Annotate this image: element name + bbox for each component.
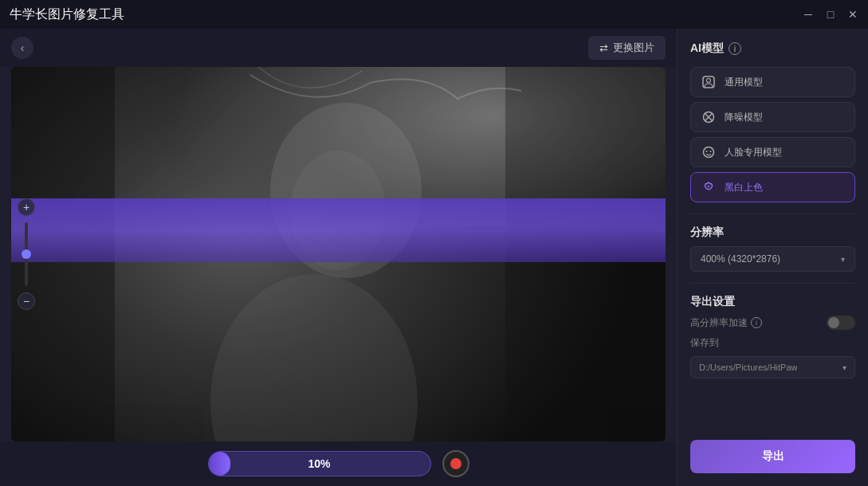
titlebar: 牛学长图片修复工具 ─ □ ✕ (0, 0, 868, 29)
face-model-option[interactable]: 人脸专用模型 (690, 137, 855, 167)
divider-1 (690, 214, 855, 214)
progress-text: 10% (308, 457, 330, 470)
general-model-option[interactable]: 通用模型 (690, 67, 855, 97)
processing-band (11, 198, 666, 262)
save-path-select[interactable]: D:/Users/Pictures/HitPaw ▾ (690, 356, 855, 378)
export-button[interactable]: 导出 (690, 440, 855, 473)
titlebar-controls: ─ □ ✕ (803, 9, 858, 20)
resolution-title: 分辨率 (690, 225, 855, 240)
high-quality-row: 高分辨率加速 i (690, 316, 855, 330)
zoom-slider-thumb (22, 249, 31, 259)
high-quality-info-icon[interactable]: i (751, 317, 762, 328)
progress-area: 10% (0, 441, 677, 486)
resolution-select[interactable]: 400% (4320*2876) ▾ (690, 246, 855, 272)
save-to-row: 保存到 (690, 336, 855, 350)
switch-label: 更换图片 (613, 41, 654, 55)
colorize-icon (701, 179, 717, 195)
face-model-label: 人脸专用模型 (725, 146, 782, 159)
progress-bar-container: 10% (208, 451, 431, 476)
ai-model-info-icon[interactable]: i (729, 42, 741, 55)
toggle-thumb (828, 317, 839, 328)
resolution-section: 分辨率 400% (4320*2876) ▾ (690, 225, 855, 272)
face-model-icon (701, 144, 717, 160)
ai-models-list: 通用模型 降噪模型 (690, 67, 855, 202)
minimize-button[interactable]: ─ (803, 9, 814, 20)
denoise-model-option[interactable]: 降噪模型 (690, 102, 855, 132)
resolution-value: 400% (4320*2876) (701, 253, 780, 265)
stop-icon (450, 458, 461, 469)
maximize-button[interactable]: □ (825, 9, 836, 20)
export-settings-title: 导出设置 (690, 295, 855, 309)
left-panel: ‹ ⇄ 更换图片 (0, 29, 677, 486)
app-title: 牛学长图片修复工具 (10, 6, 124, 23)
ai-model-title: AI模型 i (690, 41, 855, 56)
main-layout: ‹ ⇄ 更换图片 (0, 29, 868, 486)
switch-icon: ⇄ (599, 42, 608, 54)
svg-point-6 (707, 79, 711, 83)
denoise-model-icon (701, 109, 717, 125)
back-icon: ‹ (21, 41, 25, 54)
stop-button[interactable] (442, 450, 469, 477)
zoom-out-button[interactable]: − (18, 292, 35, 310)
resolution-title-text: 分辨率 (690, 225, 724, 240)
svg-point-11 (706, 151, 708, 152)
colorize-option[interactable]: 黑白上色 (690, 172, 855, 202)
svg-point-1 (210, 274, 418, 441)
high-quality-text: 高分辨率加速 (690, 316, 748, 330)
denoise-model-label: 降噪模型 (725, 111, 763, 124)
save-path-text: D:/Users/Pictures/HitPaw (699, 363, 797, 372)
ai-model-section: AI模型 i (690, 41, 855, 56)
general-model-label: 通用模型 (725, 76, 763, 89)
high-quality-label: 高分辨率加速 i (690, 316, 762, 330)
zoom-in-button[interactable]: + (18, 198, 35, 216)
switch-image-button[interactable]: ⇄ 更换图片 (588, 36, 666, 60)
left-topbar: ‹ ⇄ 更换图片 (0, 29, 677, 67)
progress-bar-fill (209, 452, 231, 476)
svg-point-13 (708, 186, 710, 188)
zoom-controls: + − (18, 198, 35, 310)
image-viewport: + − (11, 67, 666, 441)
save-to-label: 保存到 (690, 336, 719, 350)
high-quality-toggle[interactable] (827, 316, 855, 330)
close-button[interactable]: ✕ (847, 9, 858, 20)
right-panel: AI模型 i 通用模型 (677, 29, 868, 486)
colorize-label: 黑白上色 (725, 181, 763, 194)
back-button[interactable]: ‹ (11, 37, 33, 59)
zoom-slider-track[interactable] (25, 222, 28, 286)
export-settings-title-text: 导出设置 (690, 295, 735, 309)
ai-model-title-text: AI模型 (690, 41, 724, 56)
svg-point-12 (710, 151, 712, 152)
svg-point-10 (704, 147, 714, 158)
save-path-chevron-icon: ▾ (842, 363, 846, 372)
divider-2 (690, 283, 855, 284)
general-model-icon (701, 74, 717, 90)
chevron-down-icon: ▾ (841, 255, 845, 264)
export-section: 导出设置 高分辨率加速 i 保存到 D:/Users/Pictures/HitP… (690, 295, 855, 378)
